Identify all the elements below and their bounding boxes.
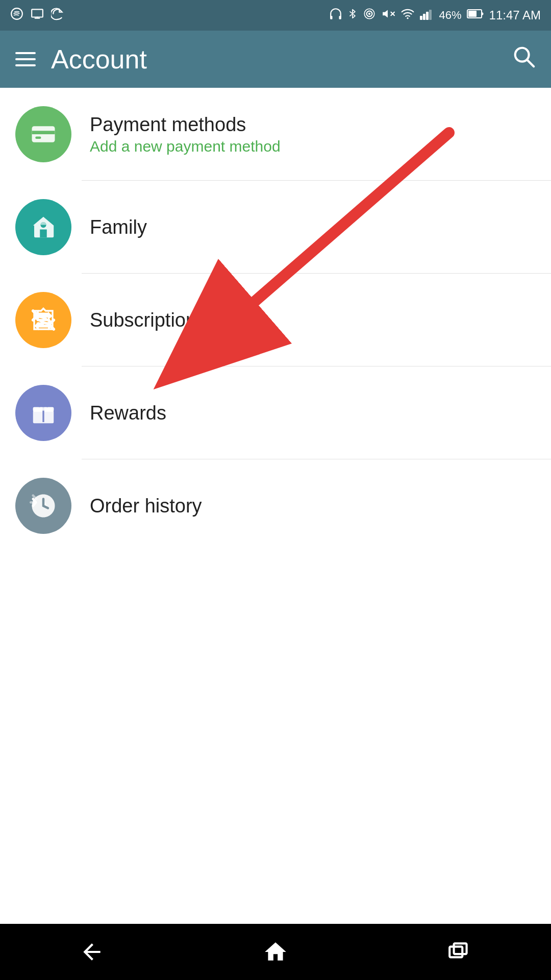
svg-rect-27 bbox=[449, 947, 462, 958]
payment-methods-subtitle: Add a new payment method bbox=[90, 138, 281, 155]
hamburger-line bbox=[15, 52, 36, 54]
svg-point-9 bbox=[407, 17, 408, 19]
svg-rect-2 bbox=[330, 16, 332, 19]
svg-line-17 bbox=[528, 60, 534, 66]
menu-item-order-history[interactable]: Order history bbox=[0, 459, 551, 552]
battery-icon bbox=[467, 9, 484, 22]
svg-rect-11 bbox=[423, 14, 425, 20]
svg-rect-12 bbox=[426, 12, 429, 20]
svg-rect-3 bbox=[339, 16, 341, 19]
back-button[interactable] bbox=[71, 932, 112, 972]
status-icons-right: 46% 11:47 AM bbox=[329, 7, 541, 23]
order-history-text: Order history bbox=[90, 495, 202, 517]
home-button[interactable] bbox=[255, 932, 296, 972]
subscriptions-icon-circle bbox=[15, 292, 71, 348]
search-button[interactable] bbox=[512, 45, 536, 74]
spotify-icon bbox=[10, 7, 23, 23]
gift-icon bbox=[30, 399, 57, 427]
sync-icon bbox=[51, 7, 64, 23]
hamburger-line bbox=[15, 58, 36, 60]
menu-list: Payment methods Add a new payment method… bbox=[0, 88, 551, 552]
svg-point-4 bbox=[368, 13, 370, 15]
hamburger-line bbox=[15, 64, 36, 66]
family-text: Family bbox=[90, 216, 147, 238]
mute-icon bbox=[381, 7, 395, 23]
wifi-icon bbox=[400, 7, 415, 23]
subscriptions-icon bbox=[30, 306, 57, 334]
radio-icon bbox=[363, 7, 376, 23]
svg-rect-15 bbox=[468, 11, 477, 17]
menu-item-subscriptions[interactable]: Subscriptions bbox=[0, 274, 551, 366]
status-icons-left bbox=[10, 7, 64, 23]
rewards-title: Rewards bbox=[90, 402, 166, 424]
payment-methods-icon-circle bbox=[15, 106, 71, 162]
svg-rect-10 bbox=[420, 16, 422, 20]
svg-point-0 bbox=[11, 8, 22, 19]
svg-rect-24 bbox=[33, 407, 54, 411]
family-home-icon bbox=[30, 213, 57, 241]
svg-rect-1 bbox=[32, 9, 43, 17]
headset-icon bbox=[329, 7, 342, 23]
menu-item-payment-methods[interactable]: Payment methods Add a new payment method bbox=[0, 88, 551, 181]
app-bar-left: Account bbox=[15, 44, 147, 75]
status-bar: 46% 11:47 AM bbox=[0, 0, 551, 31]
rewards-text: Rewards bbox=[90, 402, 166, 424]
page-title: Account bbox=[51, 44, 147, 75]
menu-item-family[interactable]: Family bbox=[0, 181, 551, 274]
credit-card-icon bbox=[30, 120, 57, 148]
bluetooth-icon bbox=[347, 7, 358, 23]
status-time: 11:47 AM bbox=[489, 8, 541, 22]
signal-icon bbox=[420, 7, 434, 23]
family-title: Family bbox=[90, 216, 147, 238]
order-history-title: Order history bbox=[90, 495, 202, 517]
battery-percent: 46% bbox=[439, 9, 462, 22]
recents-button[interactable] bbox=[439, 932, 480, 972]
app-bar: Account bbox=[0, 31, 551, 88]
rewards-icon-circle bbox=[15, 385, 71, 441]
svg-rect-13 bbox=[429, 10, 432, 20]
order-history-icon-circle bbox=[15, 478, 71, 534]
history-icon bbox=[30, 492, 57, 520]
svg-rect-28 bbox=[454, 943, 467, 954]
svg-rect-20 bbox=[35, 137, 41, 139]
subscriptions-text: Subscriptions bbox=[90, 309, 206, 331]
payment-methods-title: Payment methods bbox=[90, 114, 281, 136]
family-icon-circle bbox=[15, 199, 71, 255]
svg-rect-19 bbox=[32, 131, 55, 134]
hamburger-menu-button[interactable] bbox=[15, 52, 36, 66]
subscriptions-title: Subscriptions bbox=[90, 309, 206, 331]
payment-methods-text: Payment methods Add a new payment method bbox=[90, 114, 281, 155]
bottom-nav-bar bbox=[0, 924, 551, 980]
menu-item-rewards[interactable]: Rewards bbox=[0, 366, 551, 459]
mirror-icon bbox=[31, 7, 44, 23]
